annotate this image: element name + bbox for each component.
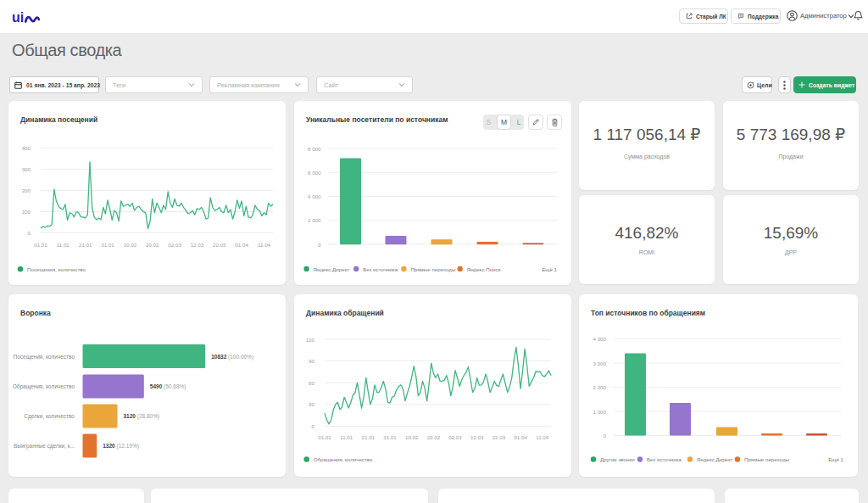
- svg-text:30: 30: [309, 401, 314, 407]
- svg-text:21.01: 21.01: [79, 242, 92, 248]
- svg-text:ui: ui: [12, 10, 24, 25]
- svg-text:22.03: 22.03: [213, 242, 226, 248]
- svg-text:02.03: 02.03: [168, 242, 181, 248]
- svg-text:Прямые переходы: Прямые переходы: [744, 456, 790, 462]
- svg-text:10.02: 10.02: [405, 434, 419, 440]
- svg-text:4 000: 4 000: [308, 193, 321, 199]
- svg-text:11.04: 11.04: [258, 242, 271, 248]
- svg-text:10832 (100.00%): 10832 (100.00%): [211, 354, 253, 360]
- svg-text:01.04: 01.04: [514, 434, 527, 440]
- svg-text:2 000: 2 000: [593, 384, 607, 390]
- svg-text:3120 (28.80%): 3120 (28.80%): [124, 413, 160, 420]
- svg-text:Без источника: Без источника: [363, 266, 398, 272]
- svg-text:Яндекс.Директ: Яндекс.Директ: [697, 456, 733, 462]
- svg-text:400: 400: [22, 145, 31, 151]
- svg-text:11.01: 11.01: [340, 434, 353, 440]
- svg-text:0: 0: [318, 242, 321, 248]
- svg-text:300: 300: [22, 166, 31, 172]
- svg-text:01.01: 01.01: [318, 434, 331, 440]
- svg-text:01.04: 01.04: [235, 242, 248, 248]
- svg-text:31.01: 31.01: [383, 434, 397, 440]
- svg-text:Ещё 1: Ещё 1: [542, 266, 557, 272]
- svg-text:200: 200: [22, 187, 31, 193]
- svg-text:Яндекс.Директ: Яндекс.Директ: [314, 266, 350, 272]
- svg-text:Обращения, количество: Обращения, количество: [13, 383, 75, 390]
- svg-text:Прямые переходы: Прямые переходы: [410, 266, 456, 272]
- svg-text:4 000: 4 000: [593, 336, 607, 342]
- svg-text:Сделки, количество: Сделки, количество: [24, 413, 75, 420]
- svg-text:Ещё 1: Ещё 1: [828, 456, 843, 462]
- svg-text:31.01: 31.01: [101, 242, 114, 248]
- svg-text:6 000: 6 000: [308, 170, 321, 176]
- svg-text:5490 (50.68%): 5490 (50.68%): [150, 383, 186, 390]
- svg-text:01.01: 01.01: [34, 242, 47, 248]
- svg-text:0: 0: [604, 433, 607, 439]
- svg-text:Посещения, количество: Посещения, количество: [27, 266, 86, 272]
- svg-text:11.04: 11.04: [536, 434, 549, 440]
- svg-text:12.03: 12.03: [470, 434, 484, 440]
- svg-text:Без источника: Без источника: [647, 456, 682, 462]
- svg-text:Яндекс.Поиск: Яндекс.Поиск: [467, 266, 501, 272]
- svg-text:22.03: 22.03: [492, 434, 506, 440]
- svg-text:Другие звонки: Другие звонки: [600, 456, 635, 462]
- svg-text:20.02: 20.02: [427, 434, 441, 440]
- svg-text:Посещения, количество: Посещения, количество: [14, 354, 75, 360]
- svg-text:02.03: 02.03: [448, 434, 462, 440]
- svg-text:20.02: 20.02: [146, 242, 159, 248]
- svg-text:60: 60: [309, 380, 314, 386]
- svg-text:12.03: 12.03: [191, 242, 204, 248]
- svg-text:Выигранные сделки, к...: Выигранные сделки, к...: [14, 443, 75, 450]
- svg-text:8 000: 8 000: [308, 146, 321, 152]
- svg-text:21.01: 21.01: [362, 434, 376, 440]
- svg-text:0: 0: [28, 230, 31, 236]
- svg-text:120: 120: [306, 337, 315, 343]
- svg-text:10.02: 10.02: [124, 242, 137, 248]
- svg-text:Обращения, количество: Обращения, количество: [314, 456, 373, 462]
- svg-text:90: 90: [309, 358, 314, 364]
- svg-text:0: 0: [312, 423, 315, 429]
- svg-text:11.01: 11.01: [57, 242, 70, 248]
- svg-text:100: 100: [22, 209, 31, 215]
- svg-text:1 000: 1 000: [593, 409, 607, 415]
- svg-text:2 000: 2 000: [308, 217, 321, 223]
- svg-text:1320 (12.19%): 1320 (12.19%): [103, 443, 139, 450]
- svg-text:3 000: 3 000: [593, 360, 607, 366]
